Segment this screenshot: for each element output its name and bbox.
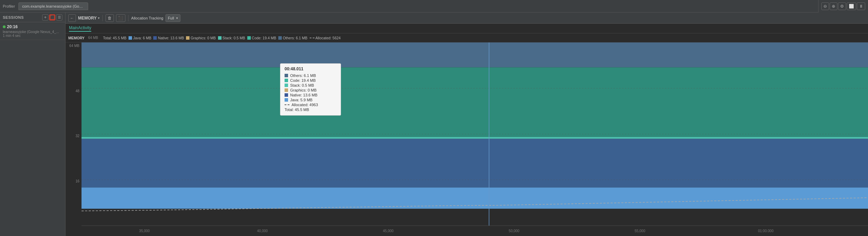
others-swatch bbox=[278, 36, 282, 40]
time-label-40000: 40,000 bbox=[257, 229, 268, 233]
tooltip-total-label: Total: 45.5 MB bbox=[285, 108, 309, 112]
session-duration: 1 min 4 sec bbox=[3, 34, 62, 38]
tooltip-stack-swatch bbox=[285, 84, 288, 87]
settings-button[interactable]: ⚙ bbox=[838, 2, 846, 10]
legend-stack: Stack: 0.5 MB bbox=[218, 36, 245, 40]
tooltip-code: Code: 19.4 MB bbox=[285, 78, 336, 82]
svg-rect-6 bbox=[82, 42, 868, 68]
pause-button[interactable]: ⏸ bbox=[857, 2, 865, 10]
sidebar-header: SESSIONS + ⬛ ☰ bbox=[0, 13, 65, 22]
allocation-tracking-label: Allocation Tracking bbox=[131, 16, 163, 20]
main-layout: SESSIONS + ⬛ ☰ 20:16 learneassyjoke (Goo… bbox=[0, 13, 868, 236]
profiler-label: Profiler bbox=[3, 4, 15, 8]
tooltip-java-swatch bbox=[285, 98, 288, 102]
add-session-button[interactable]: + bbox=[42, 14, 48, 21]
tooltip-java: Java: 5.9 MB bbox=[285, 98, 336, 102]
tooltip-allocated-label: Allocated: 4963 bbox=[292, 103, 318, 107]
legend-others: Others: 6.1 MB bbox=[278, 36, 308, 40]
tooltip-java-label: Java: 5.9 MB bbox=[290, 98, 312, 102]
session-active-dot bbox=[3, 25, 6, 28]
profiler-tab[interactable]: com.example.learneassyjoke (Google Nexus… bbox=[18, 2, 88, 10]
sidebar-actions: + ⬛ ☰ bbox=[42, 14, 62, 21]
legend-code: Code: 19.4 MB bbox=[247, 36, 276, 40]
y-label-16: 16 bbox=[68, 179, 79, 183]
tooltip-allocated: Allocated: 4963 bbox=[285, 103, 336, 107]
session-item[interactable]: 20:16 learneassyjoke (Google Nexus_4_...… bbox=[0, 22, 65, 40]
chart-header: MEMORY 64 MB Total: 45.5 MB Java: 6 MB N… bbox=[65, 33, 868, 42]
activity-bar: MainActivity bbox=[65, 24, 868, 33]
content-area: MainActivity MEMORY 64 MB Total: 45.5 MB… bbox=[65, 24, 868, 236]
tooltip-others-swatch bbox=[285, 74, 288, 77]
activity-name: MainActivity bbox=[69, 25, 91, 32]
allocated-label: Allocated: 5624 bbox=[316, 36, 341, 40]
top-bar: Profiler com.example.learneassyjoke (Goo… bbox=[0, 0, 868, 13]
memory-label: MEMORY ▾ bbox=[78, 16, 100, 21]
total-label: Total: 45.5 MB bbox=[103, 36, 126, 40]
tooltip-others: Others: 6.1 MB bbox=[285, 73, 336, 78]
tooltip-code-swatch bbox=[285, 79, 288, 82]
tooltip-native: Native: 13.6 MB bbox=[285, 93, 336, 97]
tooltip-time: 00:48.011 bbox=[285, 66, 336, 71]
time-label-35000: 35,000 bbox=[139, 229, 150, 233]
toolbar: ← MEMORY ▾ 🗑 ⬛ Allocation Tracking Full … bbox=[65, 13, 868, 24]
tooltip-native-label: Native: 13.6 MB bbox=[290, 93, 317, 97]
zoom-in-button[interactable]: ⊕ bbox=[830, 2, 837, 10]
time-label-50000: 50,000 bbox=[509, 229, 520, 233]
legend-graphics: Graphics: 0 MB bbox=[186, 36, 216, 40]
native-label: Native: 13.6 MB bbox=[158, 36, 184, 40]
right-panel: ← MEMORY ▾ 🗑 ⬛ Allocation Tracking Full … bbox=[65, 13, 868, 236]
tooltip-graphics-swatch bbox=[285, 88, 288, 92]
svg-rect-8 bbox=[82, 137, 868, 139]
more-button[interactable]: ☰ bbox=[56, 14, 62, 21]
memory-dropdown-arrow[interactable]: ▾ bbox=[98, 16, 100, 20]
tooltip-total: Total: 45.5 MB bbox=[285, 108, 336, 112]
tooltip-native-swatch bbox=[285, 93, 288, 97]
time-axis: 35,000 40,000 45,000 50,000 55,000 01:00… bbox=[82, 226, 868, 236]
stack-swatch bbox=[218, 36, 222, 40]
delete-button[interactable]: 🗑 bbox=[106, 14, 114, 22]
legend-native: Native: 13.6 MB bbox=[153, 36, 184, 40]
restore-button[interactable]: ⬜ bbox=[847, 2, 856, 10]
time-label-55000: 55,000 bbox=[635, 229, 645, 233]
allocated-swatch bbox=[310, 38, 315, 38]
window-controls: ⊖ ⊕ ⚙ ⬜ ⏸ bbox=[818, 0, 868, 13]
graphics-swatch bbox=[186, 36, 189, 40]
zoom-out-button[interactable]: ⊖ bbox=[821, 2, 829, 10]
others-label: Others: 6.1 MB bbox=[283, 36, 308, 40]
chart-memory-title: MEMORY bbox=[68, 36, 85, 40]
full-dropdown[interactable]: Full ▾ bbox=[165, 14, 180, 22]
tooltip-others-label: Others: 6.1 MB bbox=[290, 73, 316, 78]
memory-chart-svg bbox=[82, 42, 868, 226]
y-label-48: 48 bbox=[68, 89, 79, 93]
sessions-title: SESSIONS bbox=[3, 15, 24, 19]
graphics-label: Graphics: 0 MB bbox=[191, 36, 216, 40]
stop-button[interactable]: ⬛ bbox=[49, 14, 55, 21]
svg-rect-7 bbox=[82, 68, 868, 137]
java-label: Java: 6 MB bbox=[133, 36, 152, 40]
tooltip-graphics-label: Graphics: 0 MB bbox=[290, 88, 317, 92]
chart-canvas: 00:48.011 Others: 6.1 MB Code: 19.4 MB S… bbox=[82, 42, 868, 226]
tooltip-graphics: Graphics: 0 MB bbox=[285, 88, 336, 92]
session-device: learneassyjoke (Google Nexus_4_... bbox=[3, 30, 62, 34]
tooltip-code-label: Code: 19.4 MB bbox=[290, 78, 316, 82]
chart-tooltip: 00:48.011 Others: 6.1 MB Code: 19.4 MB S… bbox=[280, 63, 341, 116]
toolbar-separator-1 bbox=[102, 15, 103, 21]
y-label-32: 32 bbox=[68, 134, 79, 138]
y-axis: 64 MB 48 32 16 bbox=[65, 42, 82, 226]
stack-label: Stack: 0.5 MB bbox=[223, 36, 245, 40]
code-swatch bbox=[247, 36, 251, 40]
chart-area[interactable]: 64 MB 48 32 16 10000 5000 bbox=[65, 42, 868, 236]
tooltip-stack-label: Stack: 0.5 MB bbox=[290, 83, 314, 87]
native-swatch bbox=[153, 36, 157, 40]
code-label: Code: 19.4 MB bbox=[252, 36, 276, 40]
session-time: 20:16 bbox=[3, 24, 62, 29]
export-button[interactable]: ⬛ bbox=[116, 14, 125, 22]
legend-allocated: Allocated: 5624 bbox=[310, 36, 341, 40]
toolbar-separator-2 bbox=[128, 15, 129, 21]
y-label-64: 64 MB bbox=[68, 44, 79, 48]
svg-rect-9 bbox=[82, 139, 868, 188]
tooltip-stack: Stack: 0.5 MB bbox=[285, 83, 336, 87]
back-button[interactable]: ← bbox=[68, 14, 76, 22]
time-label-45000: 45,000 bbox=[383, 229, 394, 233]
sidebar: SESSIONS + ⬛ ☰ 20:16 learneassyjoke (Goo… bbox=[0, 13, 65, 236]
